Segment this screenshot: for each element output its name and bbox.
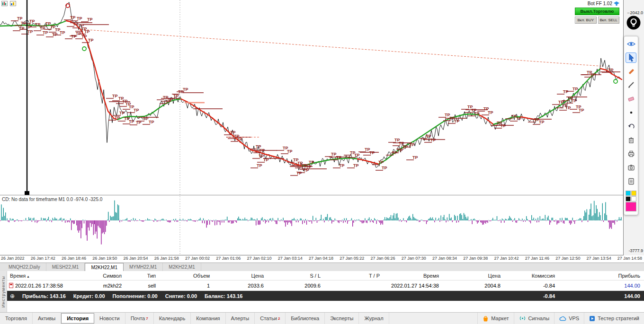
mini-candles-icon[interactable]	[1, 1, 8, 6]
svg-text:TP: TP	[77, 16, 82, 21]
history-row[interactable]: 2022.01.26 17:38:58 m2kh22 sell 1 2033.6…	[7, 280, 644, 291]
col-close-time[interactable]: Время	[384, 273, 443, 279]
cursor-tool-icon[interactable]	[626, 53, 636, 63]
chart-tab[interactable]: MYMH22,M1	[124, 263, 163, 271]
svg-text:TP: TP	[590, 72, 596, 77]
market-icon	[483, 315, 489, 322]
deal-symbol: m2kh22	[78, 283, 125, 289]
chart-tab[interactable]: MESH22,M1	[46, 263, 85, 271]
history-summary-row: ⊕ Прибыль: 143.16 Кредит: 0.00 Пополнени…	[7, 291, 644, 301]
eraser-tool-icon[interactable]	[626, 94, 636, 104]
time-axis-label: 26 Jan 2022	[1, 256, 25, 262]
expert-panel: Bot FF 1.02 Выкл.Торговлю Вкл. BUY Вкл. …	[575, 1, 619, 24]
col-close-price[interactable]: Цена	[443, 273, 504, 279]
bottom-tab[interactable]: Новости	[94, 313, 125, 324]
history-table-header: Время▲ Символ Тип Объем Цена S / L T / P…	[7, 271, 644, 280]
svg-text:TP: TP	[378, 160, 384, 165]
tester-item[interactable]: Тестер стратегий	[584, 313, 644, 324]
svg-text:TP: TP	[474, 111, 480, 116]
col-volume[interactable]: Объем	[160, 273, 214, 279]
svg-text:TP: TP	[43, 30, 48, 35]
enable-sell-button[interactable]: Вкл. SELL	[598, 17, 620, 24]
bottom-tab[interactable]: Статьи2	[255, 313, 286, 324]
price-axis-bottom-label: -3777.9	[628, 248, 643, 253]
enable-buy-button[interactable]: Вкл. BUY	[575, 17, 597, 24]
price-chart-canvas[interactable]: TPTPTPTPTPTPTPTPTPTPTPTPTPTPTPTPTPTPTPTP…	[0, 0, 623, 255]
pencil-tool-icon[interactable]	[626, 80, 636, 90]
svg-text:TP: TP	[412, 155, 418, 160]
time-axis-label: 27 Jan 00:02	[185, 256, 210, 262]
svg-text:TP: TP	[354, 153, 360, 158]
col-profit[interactable]: Прибыль	[559, 273, 644, 279]
bottom-tab[interactable]: Алерты	[226, 313, 255, 324]
col-sl[interactable]: S / L	[268, 273, 324, 279]
time-axis[interactable]: 26 Jan 202226 Jan 17:4226 Jan 18:4626 Ja…	[1, 256, 642, 262]
svg-text:TP: TP	[336, 155, 342, 160]
toolbox-side-strip[interactable]: Инструменты	[0, 271, 7, 312]
signals-icon	[519, 315, 526, 321]
undo-icon[interactable]	[626, 121, 636, 131]
toolbox-panel: Инструменты Время▲ Символ Тип Объем Цена…	[0, 271, 644, 312]
chart-tab[interactable]: M2KH22,M1	[85, 263, 124, 271]
col-commission[interactable]: Комиссия	[504, 273, 559, 279]
chart-corner-icons[interactable]	[1, 1, 16, 6]
signals-item[interactable]: Сигналы	[514, 313, 555, 324]
time-axis-label: 27 Jan 13:54	[587, 256, 611, 262]
svg-text:TP: TP	[454, 119, 460, 123]
time-axis-label: 27 Jan 05:22	[340, 256, 364, 262]
svg-text:TP: TP	[112, 94, 118, 98]
col-tp[interactable]: T / P	[324, 273, 384, 279]
trash-icon[interactable]	[626, 135, 636, 145]
chart-region[interactable]: TPTPTPTPTPTPTPTPTPTPTPTPTPTPTPTPTPTPTPTP…	[0, 0, 644, 255]
palette-color-black[interactable]	[626, 196, 631, 201]
bottom-tab[interactable]: Журнал	[359, 313, 389, 324]
time-axis-label: 27 Jan 02:10	[247, 256, 272, 262]
palette-color-cyan[interactable]	[626, 191, 631, 196]
time-axis-label: 27 Jan 11:46	[525, 256, 549, 262]
camera-icon[interactable]	[626, 162, 636, 173]
col-open-time[interactable]: Время▲	[7, 273, 78, 279]
bottom-tab[interactable]: Компания	[191, 313, 225, 324]
expand-icon[interactable]: ⊕	[10, 293, 15, 299]
dot-tool-icon[interactable]	[626, 107, 636, 118]
chart-tab[interactable]: M2KH22,M1	[163, 263, 201, 271]
svg-text:TP: TP	[397, 148, 403, 153]
bottom-tab[interactable]: Почта7	[125, 313, 154, 324]
chart-tab-bar: MNQH22,DailyMESH22,M1M2KH22,M1MYMH22,M1M…	[0, 263, 644, 271]
bottom-tab[interactable]: Активы	[33, 313, 61, 324]
bottom-tab[interactable]: Библиотека	[286, 313, 325, 324]
col-symbol[interactable]: Символ	[78, 273, 125, 279]
svg-text:TP: TP	[572, 87, 578, 91]
svg-text:TP: TP	[516, 116, 522, 121]
crayon-tool-icon[interactable]	[626, 66, 636, 77]
bottom-tab[interactable]: Эксперты	[325, 313, 359, 324]
bottom-tab[interactable]: Календарь	[154, 313, 191, 324]
col-type[interactable]: Тип	[125, 273, 160, 279]
eye-icon[interactable]	[626, 39, 636, 49]
market-item[interactable]: Маркет	[477, 313, 513, 324]
mini-indicator-icon[interactable]	[10, 1, 16, 6]
time-axis-label: 27 Jan 10:42	[494, 256, 519, 262]
svg-text:TP: TP	[115, 115, 120, 120]
svg-text:TP: TP	[257, 163, 262, 168]
palette-color-magenta[interactable]	[626, 202, 636, 211]
palette-color-white[interactable]	[631, 196, 636, 201]
svg-text:TP: TP	[304, 168, 309, 173]
deal-type: sell	[125, 283, 160, 289]
bottom-tab[interactable]: История	[61, 313, 94, 324]
bottom-tab[interactable]: Торговля	[0, 313, 33, 324]
vps-cloud-icon	[559, 316, 566, 321]
palette-color-yellow[interactable]	[631, 191, 636, 196]
deal-open-time: 2022.01.26 17:38:58	[15, 283, 63, 289]
bot-cap-icon	[614, 1, 619, 6]
broker-logo	[626, 16, 641, 32]
svg-text:TP: TP	[430, 138, 436, 142]
print-icon[interactable]	[626, 149, 636, 159]
svg-text:TP: TP	[119, 111, 125, 115]
palette[interactable]	[626, 191, 636, 211]
chart-tab[interactable]: MNQH22,Daily	[3, 263, 46, 271]
col-open-price[interactable]: Цена	[214, 273, 268, 279]
toggle-trading-button[interactable]: Выкл.Торговлю	[575, 8, 619, 15]
objects-list-icon[interactable]	[626, 176, 636, 186]
vps-item[interactable]: VPS	[554, 313, 584, 324]
